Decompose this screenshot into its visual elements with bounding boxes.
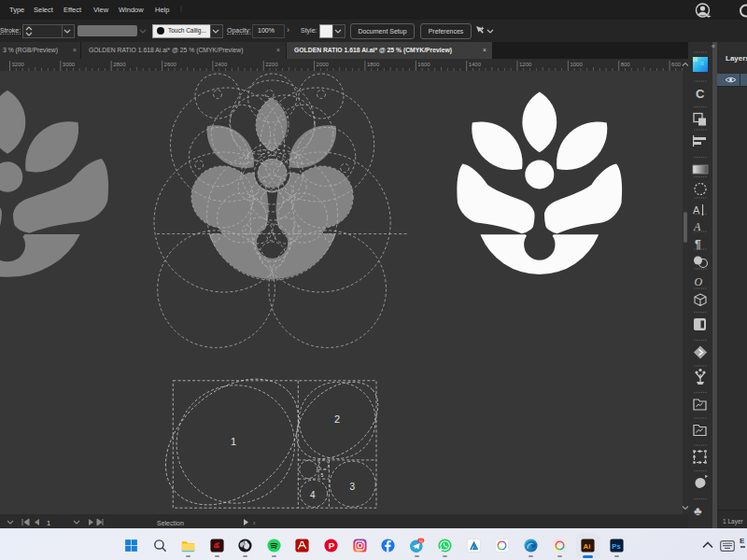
svg-text:¶: ¶	[695, 238, 701, 251]
svg-text:800: 800	[621, 62, 631, 67]
svg-text:1400: 1400	[469, 62, 482, 67]
svg-text:10: 10	[418, 539, 422, 543]
svg-text:Ps: Ps	[612, 542, 621, 551]
svg-text:P: P	[329, 540, 335, 551]
svg-text:1000: 1000	[570, 62, 583, 67]
svg-text:3000: 3000	[63, 62, 76, 67]
svg-text:+: +	[707, 12, 712, 20]
svg-text:1: 1	[47, 519, 50, 527]
svg-text:A: A	[693, 220, 701, 233]
svg-text:‹: ‹	[253, 519, 256, 527]
svg-text:4: 4	[310, 490, 316, 500]
svg-text:1600: 1600	[417, 62, 430, 67]
svg-text:C: C	[696, 87, 705, 101]
svg-text:2000: 2000	[317, 62, 330, 67]
svg-text:O: O	[695, 275, 703, 288]
svg-text:♣: ♣	[694, 504, 702, 518]
svg-text:600: 600	[671, 62, 682, 67]
svg-text:Ai: Ai	[584, 542, 591, 551]
svg-text:1800: 1800	[367, 62, 380, 67]
svg-text:3: 3	[350, 482, 356, 492]
svg-text:1200: 1200	[519, 62, 532, 67]
svg-text:3200: 3200	[12, 62, 25, 67]
svg-text:1: 1	[231, 436, 236, 447]
svg-text:2400: 2400	[215, 62, 228, 67]
svg-text:Selection: Selection	[157, 520, 184, 526]
svg-text:2800: 2800	[113, 62, 126, 67]
svg-text:2200: 2200	[265, 62, 278, 67]
svg-text:2: 2	[334, 413, 340, 425]
svg-text:5: 5	[321, 472, 324, 478]
svg-text:A: A	[693, 204, 700, 216]
svg-text:2600: 2600	[164, 62, 177, 67]
